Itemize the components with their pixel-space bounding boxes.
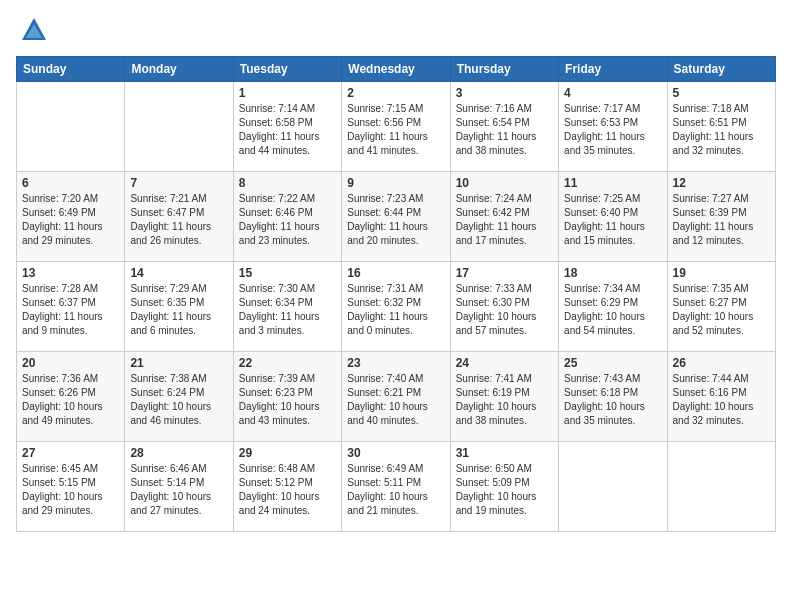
calendar-cell: 3Sunrise: 7:16 AM Sunset: 6:54 PM Daylig… (450, 82, 558, 172)
day-number: 31 (456, 446, 553, 460)
day-number: 18 (564, 266, 661, 280)
day-number: 24 (456, 356, 553, 370)
day-number: 22 (239, 356, 336, 370)
week-row-5: 27Sunrise: 6:45 AM Sunset: 5:15 PM Dayli… (17, 442, 776, 532)
day-number: 15 (239, 266, 336, 280)
calendar-cell: 1Sunrise: 7:14 AM Sunset: 6:58 PM Daylig… (233, 82, 341, 172)
day-info: Sunrise: 7:24 AM Sunset: 6:42 PM Dayligh… (456, 192, 553, 248)
calendar-cell: 29Sunrise: 6:48 AM Sunset: 5:12 PM Dayli… (233, 442, 341, 532)
day-info: Sunrise: 6:49 AM Sunset: 5:11 PM Dayligh… (347, 462, 444, 518)
header-saturday: Saturday (667, 57, 775, 82)
day-info: Sunrise: 7:20 AM Sunset: 6:49 PM Dayligh… (22, 192, 119, 248)
day-number: 2 (347, 86, 444, 100)
day-info: Sunrise: 7:38 AM Sunset: 6:24 PM Dayligh… (130, 372, 227, 428)
day-info: Sunrise: 7:43 AM Sunset: 6:18 PM Dayligh… (564, 372, 661, 428)
header-wednesday: Wednesday (342, 57, 450, 82)
day-info: Sunrise: 7:30 AM Sunset: 6:34 PM Dayligh… (239, 282, 336, 338)
calendar-cell: 23Sunrise: 7:40 AM Sunset: 6:21 PM Dayli… (342, 352, 450, 442)
day-number: 25 (564, 356, 661, 370)
day-number: 6 (22, 176, 119, 190)
calendar-cell: 13Sunrise: 7:28 AM Sunset: 6:37 PM Dayli… (17, 262, 125, 352)
calendar-cell: 9Sunrise: 7:23 AM Sunset: 6:44 PM Daylig… (342, 172, 450, 262)
day-number: 11 (564, 176, 661, 190)
calendar-cell: 17Sunrise: 7:33 AM Sunset: 6:30 PM Dayli… (450, 262, 558, 352)
calendar-cell: 10Sunrise: 7:24 AM Sunset: 6:42 PM Dayli… (450, 172, 558, 262)
day-number: 3 (456, 86, 553, 100)
calendar-cell: 22Sunrise: 7:39 AM Sunset: 6:23 PM Dayli… (233, 352, 341, 442)
day-info: Sunrise: 7:14 AM Sunset: 6:58 PM Dayligh… (239, 102, 336, 158)
page: Sunday Monday Tuesday Wednesday Thursday… (0, 0, 792, 612)
day-number: 19 (673, 266, 770, 280)
day-number: 26 (673, 356, 770, 370)
day-info: Sunrise: 7:36 AM Sunset: 6:26 PM Dayligh… (22, 372, 119, 428)
day-number: 16 (347, 266, 444, 280)
calendar-cell: 12Sunrise: 7:27 AM Sunset: 6:39 PM Dayli… (667, 172, 775, 262)
calendar-cell: 2Sunrise: 7:15 AM Sunset: 6:56 PM Daylig… (342, 82, 450, 172)
calendar-cell: 4Sunrise: 7:17 AM Sunset: 6:53 PM Daylig… (559, 82, 667, 172)
calendar-cell: 7Sunrise: 7:21 AM Sunset: 6:47 PM Daylig… (125, 172, 233, 262)
calendar-cell (667, 442, 775, 532)
header-friday: Friday (559, 57, 667, 82)
calendar-cell: 8Sunrise: 7:22 AM Sunset: 6:46 PM Daylig… (233, 172, 341, 262)
day-info: Sunrise: 7:31 AM Sunset: 6:32 PM Dayligh… (347, 282, 444, 338)
day-number: 21 (130, 356, 227, 370)
day-info: Sunrise: 7:21 AM Sunset: 6:47 PM Dayligh… (130, 192, 227, 248)
day-info: Sunrise: 7:41 AM Sunset: 6:19 PM Dayligh… (456, 372, 553, 428)
day-number: 1 (239, 86, 336, 100)
day-number: 5 (673, 86, 770, 100)
day-info: Sunrise: 7:33 AM Sunset: 6:30 PM Dayligh… (456, 282, 553, 338)
calendar-cell: 16Sunrise: 7:31 AM Sunset: 6:32 PM Dayli… (342, 262, 450, 352)
calendar-cell: 19Sunrise: 7:35 AM Sunset: 6:27 PM Dayli… (667, 262, 775, 352)
day-number: 20 (22, 356, 119, 370)
day-number: 28 (130, 446, 227, 460)
day-info: Sunrise: 7:27 AM Sunset: 6:39 PM Dayligh… (673, 192, 770, 248)
week-row-2: 6Sunrise: 7:20 AM Sunset: 6:49 PM Daylig… (17, 172, 776, 262)
day-number: 17 (456, 266, 553, 280)
calendar-cell (559, 442, 667, 532)
day-number: 14 (130, 266, 227, 280)
day-info: Sunrise: 7:17 AM Sunset: 6:53 PM Dayligh… (564, 102, 661, 158)
day-number: 30 (347, 446, 444, 460)
calendar-cell: 31Sunrise: 6:50 AM Sunset: 5:09 PM Dayli… (450, 442, 558, 532)
day-number: 29 (239, 446, 336, 460)
calendar-cell: 26Sunrise: 7:44 AM Sunset: 6:16 PM Dayli… (667, 352, 775, 442)
calendar-cell: 6Sunrise: 7:20 AM Sunset: 6:49 PM Daylig… (17, 172, 125, 262)
calendar-cell: 14Sunrise: 7:29 AM Sunset: 6:35 PM Dayli… (125, 262, 233, 352)
header (16, 16, 776, 44)
day-number: 7 (130, 176, 227, 190)
calendar-cell: 24Sunrise: 7:41 AM Sunset: 6:19 PM Dayli… (450, 352, 558, 442)
day-info: Sunrise: 7:28 AM Sunset: 6:37 PM Dayligh… (22, 282, 119, 338)
header-sunday: Sunday (17, 57, 125, 82)
day-number: 27 (22, 446, 119, 460)
calendar-cell: 25Sunrise: 7:43 AM Sunset: 6:18 PM Dayli… (559, 352, 667, 442)
calendar-cell: 5Sunrise: 7:18 AM Sunset: 6:51 PM Daylig… (667, 82, 775, 172)
day-info: Sunrise: 7:40 AM Sunset: 6:21 PM Dayligh… (347, 372, 444, 428)
calendar-cell: 30Sunrise: 6:49 AM Sunset: 5:11 PM Dayli… (342, 442, 450, 532)
day-number: 23 (347, 356, 444, 370)
logo (16, 16, 48, 44)
calendar-cell: 11Sunrise: 7:25 AM Sunset: 6:40 PM Dayli… (559, 172, 667, 262)
calendar-cell (17, 82, 125, 172)
day-number: 8 (239, 176, 336, 190)
day-info: Sunrise: 7:15 AM Sunset: 6:56 PM Dayligh… (347, 102, 444, 158)
day-info: Sunrise: 7:25 AM Sunset: 6:40 PM Dayligh… (564, 192, 661, 248)
header-thursday: Thursday (450, 57, 558, 82)
day-info: Sunrise: 7:16 AM Sunset: 6:54 PM Dayligh… (456, 102, 553, 158)
day-number: 13 (22, 266, 119, 280)
day-info: Sunrise: 6:45 AM Sunset: 5:15 PM Dayligh… (22, 462, 119, 518)
header-monday: Monday (125, 57, 233, 82)
calendar-cell: 28Sunrise: 6:46 AM Sunset: 5:14 PM Dayli… (125, 442, 233, 532)
calendar-cell: 27Sunrise: 6:45 AM Sunset: 5:15 PM Dayli… (17, 442, 125, 532)
week-row-3: 13Sunrise: 7:28 AM Sunset: 6:37 PM Dayli… (17, 262, 776, 352)
calendar-table: Sunday Monday Tuesday Wednesday Thursday… (16, 56, 776, 532)
week-row-1: 1Sunrise: 7:14 AM Sunset: 6:58 PM Daylig… (17, 82, 776, 172)
day-info: Sunrise: 6:46 AM Sunset: 5:14 PM Dayligh… (130, 462, 227, 518)
day-info: Sunrise: 7:35 AM Sunset: 6:27 PM Dayligh… (673, 282, 770, 338)
day-info: Sunrise: 6:48 AM Sunset: 5:12 PM Dayligh… (239, 462, 336, 518)
calendar-cell: 20Sunrise: 7:36 AM Sunset: 6:26 PM Dayli… (17, 352, 125, 442)
day-info: Sunrise: 7:22 AM Sunset: 6:46 PM Dayligh… (239, 192, 336, 248)
day-info: Sunrise: 7:29 AM Sunset: 6:35 PM Dayligh… (130, 282, 227, 338)
day-info: Sunrise: 6:50 AM Sunset: 5:09 PM Dayligh… (456, 462, 553, 518)
day-number: 9 (347, 176, 444, 190)
calendar-cell: 21Sunrise: 7:38 AM Sunset: 6:24 PM Dayli… (125, 352, 233, 442)
